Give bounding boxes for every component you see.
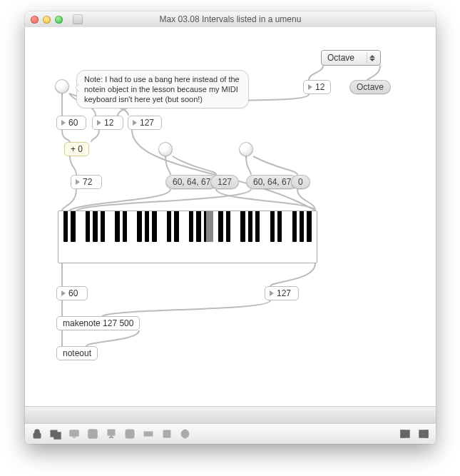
chord-on-bang[interactable] (158, 142, 173, 156)
umenu-selected: Octave (327, 53, 354, 63)
palette-icon[interactable] (179, 427, 192, 440)
interval-umenu[interactable]: Octave (321, 50, 381, 66)
grid-icon[interactable] (160, 427, 173, 440)
svg-rect-0 (34, 433, 41, 438)
window-title: Max 03.08 Intervals listed in a umenu (25, 14, 436, 24)
info-icon[interactable]: i (123, 427, 136, 440)
numbox-triangle-icon (308, 84, 312, 90)
document-icon (73, 14, 83, 24)
velocity-numbox[interactable]: 127 (128, 116, 162, 130)
makenote-object[interactable]: makenote 127 500 (56, 316, 140, 330)
interval-value-numbox[interactable]: 12 (303, 80, 331, 94)
patcher-canvas[interactable]: Octave 12 Octave Note: I had to use a ba… (25, 27, 436, 444)
out-pitch-numbox[interactable]: 60 (56, 286, 88, 300)
zoom-window-button[interactable] (55, 16, 63, 24)
traffic-lights (31, 16, 63, 24)
titlebar: Max 03.08 Intervals listed in a umenu (25, 11, 436, 28)
kslider-selected-note (206, 211, 213, 242)
chord-off-bang[interactable] (239, 142, 253, 156)
plus-object[interactable]: + 0 (64, 142, 89, 156)
close-window-button[interactable] (31, 16, 39, 24)
numbox-value: 12 (315, 82, 324, 92)
io-icon[interactable] (142, 427, 155, 440)
close-box-icon[interactable] (86, 427, 99, 440)
svg-text:i: i (129, 430, 131, 438)
interval-numbox[interactable]: 12 (92, 116, 123, 130)
lock-icon[interactable] (31, 427, 44, 440)
svg-rect-2 (54, 432, 61, 439)
comment-note: Note: I had to use a bang here instead o… (76, 70, 249, 108)
svg-rect-9 (145, 432, 148, 435)
easel-icon[interactable] (105, 427, 118, 440)
presentation-icon[interactable] (68, 427, 81, 440)
pitch-numbox[interactable]: 60 (56, 116, 86, 130)
noteout-object[interactable]: noteout (56, 346, 98, 360)
app-window: Max 03.08 Intervals listed in a umenu (25, 11, 436, 444)
svg-rect-10 (149, 432, 152, 435)
panel-left-icon[interactable] (399, 427, 412, 440)
chord-on-vel[interactable]: 127 (210, 175, 239, 189)
svg-rect-12 (401, 430, 404, 437)
bottom-toolbar: i (25, 423, 436, 444)
out-velocity-numbox[interactable]: 127 (265, 286, 299, 300)
chord-off-vel[interactable]: 0 (291, 175, 310, 189)
sum-numbox[interactable]: 72 (71, 175, 102, 189)
panel-right-icon[interactable] (417, 427, 430, 440)
interval-name-pill: Octave (349, 80, 391, 94)
status-bar (25, 406, 436, 424)
minimize-window-button[interactable] (43, 16, 51, 24)
svg-rect-14 (425, 430, 428, 437)
kslider-keyboard[interactable] (58, 211, 317, 263)
bang-button[interactable] (55, 79, 69, 93)
umenu-stepper[interactable] (367, 52, 377, 64)
new-view-icon[interactable] (49, 427, 62, 440)
svg-rect-3 (70, 430, 78, 436)
